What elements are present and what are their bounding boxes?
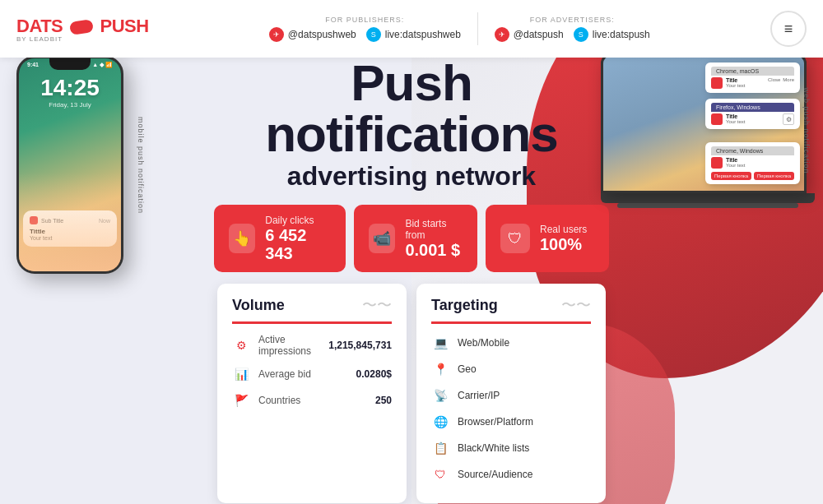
- firefox-win-settings-icon[interactable]: ⚙: [783, 113, 794, 125]
- targeting-row-5: 🛡 Source/Audience: [431, 465, 591, 483]
- stat-card-bid: 📹 Bid starts from 0.001 $: [354, 205, 477, 272]
- headline-main: Push notifications: [214, 58, 609, 160]
- geo-icon: 📍: [431, 360, 449, 378]
- laptop-screen: Chrome, macOS Title Your text Close More…: [603, 56, 804, 191]
- publishers-skype-text: live:datspushweb: [385, 29, 461, 40]
- targeting-row-3: 🌐 Browser/Platform: [431, 413, 591, 431]
- chrome-mac-close[interactable]: Close: [768, 77, 780, 82]
- skype-icon: S: [366, 27, 381, 42]
- publishers-links: ✈ @datspushweb S live:datspushweb: [269, 27, 461, 42]
- advertisers-links: ✈ @datspush S live:datspush: [495, 27, 650, 42]
- real-users-icon: 🛡: [500, 224, 530, 253]
- volume-wave-icon: 〜〜: [362, 295, 392, 315]
- targeting-row-2: 📡 Carrier/IP: [431, 386, 591, 405]
- firefox-win-content: Title Your text ⚙: [711, 113, 794, 125]
- bid-value: 0.001 $: [405, 241, 463, 259]
- web-mobile-icon: 💻: [431, 334, 449, 352]
- info-section: Volume 〜〜 ⚙ Active impressions 1,215,845…: [217, 284, 606, 503]
- chrome-win-body: Your text: [726, 163, 794, 168]
- blackwhite-icon: 📋: [431, 439, 449, 457]
- average-bid-icon: 📊: [232, 365, 250, 383]
- targeting-header: Targeting 〜〜: [431, 295, 591, 324]
- targeting-row-0: 💻 Web/Mobile: [431, 334, 591, 352]
- average-bid-label: Average bid: [258, 368, 348, 380]
- phone-notch: [49, 58, 91, 70]
- contact-groups: FOR PUBLISHERS: ✈ @datspushweb S live:da…: [149, 12, 770, 45]
- telegram-icon-2: ✈: [495, 27, 509, 42]
- chrome-win-btn1[interactable]: Первая кнопка: [711, 172, 751, 180]
- skype-icon-2: S: [574, 27, 588, 42]
- logo-push: PUSH: [100, 16, 149, 36]
- chrome-mac-body: Your text: [726, 83, 765, 88]
- header: DATS PUSH by LeadBit FOR PUBLISHERS: ✈ @…: [0, 0, 823, 58]
- volume-row-1: 📊 Average bid 0.0280$: [232, 365, 392, 383]
- active-impressions-icon: ⚙: [232, 336, 250, 354]
- targeting-title: Targeting: [431, 297, 498, 314]
- phone-time-status: 9:41: [27, 62, 39, 68]
- chrome-win-btn2[interactable]: Первая кнопка: [754, 172, 794, 180]
- daily-clicks-value: 6 452 343: [265, 226, 331, 262]
- volume-box: Volume 〜〜 ⚙ Active impressions 1,215,845…: [217, 284, 407, 503]
- logo-dats: DATS: [16, 16, 63, 36]
- publishers-skype-link[interactable]: S live:datspushweb: [366, 27, 461, 42]
- publishers-telegram-link[interactable]: ✈ @datspushweb: [269, 27, 356, 42]
- phone-person-bg: [19, 173, 121, 271]
- laptop-mockup: Chrome, macOS Title Your text Close More…: [601, 53, 815, 208]
- bid-label: Bid starts from: [405, 218, 463, 241]
- daily-clicks-info: Daily clicks 6 452 343: [265, 215, 331, 262]
- chrome-mac-more[interactable]: More: [783, 77, 794, 82]
- advertisers-skype-text: live:datspush: [593, 29, 650, 40]
- phone-screen: 9:41 ▲ ◆ 📶 14:25 Friday, 13 July Sub Tit…: [19, 58, 121, 271]
- mobile-notif-label: mobile push notification: [137, 116, 145, 213]
- blackwhite-label: Black/White lists: [458, 442, 591, 454]
- phone-mockup: 9:41 ▲ ◆ 📶 14:25 Friday, 13 July Sub Tit…: [16, 56, 144, 274]
- publishers-telegram-text: @datspushweb: [288, 29, 356, 40]
- carrier-icon: 📡: [431, 386, 449, 405]
- chrome-win-logo: [711, 157, 723, 169]
- firefox-win-text: Title Your text: [726, 113, 779, 124]
- source-icon: 🛡: [431, 465, 449, 483]
- telegram-icon: ✈: [269, 27, 284, 42]
- center-content: Push notifications advertising network 👆…: [214, 58, 609, 503]
- phone-frame: 9:41 ▲ ◆ 📶 14:25 Friday, 13 July Sub Tit…: [16, 56, 123, 274]
- hamburger-icon: ≡: [784, 21, 793, 38]
- stat-card-real-users: 🛡 Real users 100%: [486, 205, 609, 272]
- firefox-win-notification: Firefox, Windows Title Your text ⚙: [705, 99, 800, 129]
- advertisers-skype-link[interactable]: S live:datspush: [574, 27, 650, 42]
- chrome-win-content: Title Your text: [711, 157, 794, 169]
- targeting-row-4: 📋 Black/White lists: [431, 439, 591, 457]
- headline-sub: advertising network: [214, 161, 609, 192]
- chrome-mac-actions: Close More: [768, 77, 794, 82]
- targeting-box: Targeting 〜〜 💻 Web/Mobile 📍 Geo 📡 Carrie…: [416, 284, 606, 503]
- browser-icon: 🌐: [431, 413, 449, 431]
- chrome-win-title: Title: [726, 157, 794, 163]
- headline: Push notifications advertising network: [214, 58, 609, 192]
- menu-button[interactable]: ≡: [770, 11, 807, 47]
- average-bid-value: 0.0280$: [356, 368, 392, 380]
- advertisers-label: FOR ADVERTISERS:: [530, 16, 615, 24]
- chrome-mac-logo: [711, 77, 723, 89]
- phone-signals: ▲ ◆ 📶: [92, 62, 113, 68]
- chrome-mac-content: Title Your text Close More: [711, 77, 794, 89]
- source-label: Source/Audience: [458, 469, 591, 480]
- publishers-group: FOR PUBLISHERS: ✈ @datspushweb S live:da…: [253, 16, 477, 42]
- bid-info: Bid starts from 0.001 $: [405, 218, 463, 259]
- real-users-value: 100%: [540, 235, 587, 253]
- volume-row-0: ⚙ Active impressions 1,215,845,731: [232, 334, 392, 357]
- chrome-win-btns: Первая кнопка Первая кнопка: [711, 172, 794, 180]
- chrome-mac-title: Title: [726, 77, 765, 83]
- web-notif-label: web push notification: [802, 87, 810, 173]
- firefox-win-header: Firefox, Windows: [711, 103, 794, 112]
- phone-clock: 14:25: [19, 75, 121, 101]
- phone-date: Friday, 13 July: [19, 101, 121, 109]
- targeting-wave-icon: 〜〜: [561, 295, 591, 315]
- chrome-mac-header: Chrome, macOS: [711, 67, 794, 76]
- active-impressions-label: Active impressions: [258, 334, 320, 357]
- volume-header: Volume 〜〜: [232, 295, 392, 324]
- daily-clicks-icon: 👆: [229, 224, 255, 253]
- geo-label: Geo: [458, 363, 591, 375]
- advertisers-telegram-link[interactable]: ✈ @datspush: [495, 27, 564, 42]
- advertisers-telegram-text: @datspush: [514, 29, 564, 40]
- volume-row-2: 🚩 Countries 250: [232, 391, 392, 409]
- targeting-row-1: 📍 Geo: [431, 360, 591, 378]
